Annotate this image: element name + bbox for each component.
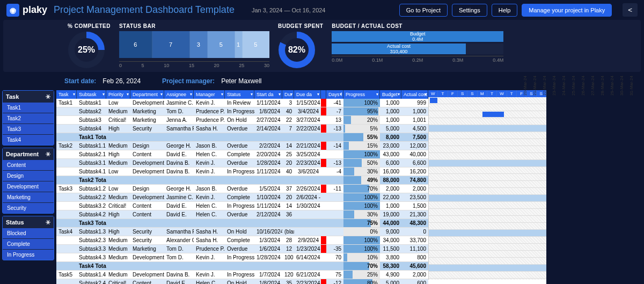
startdate-cell: 1/6/2024 xyxy=(254,245,282,253)
duration-cell: 28 xyxy=(282,236,294,245)
completed-value: 25% xyxy=(78,45,95,55)
column-header[interactable]: Actual cost▾ xyxy=(401,90,428,99)
filter-item[interactable]: Task2 xyxy=(3,113,54,123)
actualcost-cell: 74,800 xyxy=(401,176,428,185)
gantt-day-header: T xyxy=(487,90,497,97)
subtask-cell: Subtask2.3 xyxy=(77,236,106,245)
progress-cell: 30% xyxy=(343,210,380,219)
gantt-day-header: S xyxy=(467,90,477,97)
column-header[interactable]: Status▾ xyxy=(225,90,254,99)
filter-item[interactable]: Content xyxy=(3,159,54,170)
subtask-cell: Subtask2 xyxy=(77,107,106,116)
duration-cell: 25 xyxy=(282,150,294,159)
duedate-cell: 3/25/2024 - xyxy=(294,150,321,159)
filter-item[interactable]: Marketing xyxy=(3,192,54,202)
column-header[interactable] xyxy=(321,90,326,99)
gantt-row xyxy=(429,202,546,209)
filter-item[interactable]: In Progress xyxy=(3,249,54,260)
status-segment: 7 xyxy=(152,31,190,58)
actualcost-cell: 48,300 xyxy=(401,219,428,228)
dept-cell xyxy=(130,133,164,142)
status-cell: In Progress xyxy=(225,107,254,116)
manager-cell: Helen C. xyxy=(194,279,225,284)
startdate-cell: 1/8/2024 xyxy=(254,279,282,284)
duration-cell: 40 xyxy=(282,107,294,116)
filter-item[interactable]: Development xyxy=(3,181,54,192)
gantt-day-header: F xyxy=(448,90,458,97)
budget-cell: 6,000 xyxy=(380,159,401,168)
actual-widget: BUDGET / ACTUAL COST Budget0.4MActual co… xyxy=(332,23,503,69)
manager-cell xyxy=(194,133,225,142)
duration-cell: 20 xyxy=(282,193,294,202)
late-indicator xyxy=(321,262,326,271)
column-header[interactable]: Subtask▾ xyxy=(77,90,106,99)
duedate-cell: 2/9/2024 xyxy=(294,236,321,245)
progress-cell: 100% xyxy=(343,236,380,245)
column-header[interactable]: Department▾ xyxy=(130,90,164,99)
filter-item[interactable]: Task4 xyxy=(3,134,54,145)
progress-cell: 55% xyxy=(343,133,380,142)
filter-item[interactable]: Task1 xyxy=(3,102,54,113)
completed-donut: 25% xyxy=(68,31,105,69)
filter-group-task[interactable]: Task⚹ xyxy=(3,91,54,102)
actualcost-cell: 21,300 xyxy=(401,210,428,219)
manager-cell xyxy=(194,219,225,228)
column-header[interactable]: Start da▾ xyxy=(254,90,282,99)
startdate-cell: 1/7/2024 xyxy=(254,271,282,279)
filter-item[interactable]: Blocked xyxy=(3,228,54,238)
column-header[interactable]: Task▾ xyxy=(56,90,77,99)
collapse-button[interactable]: < xyxy=(623,3,638,17)
goto-project-button[interactable]: Go to Project xyxy=(399,4,448,17)
duedate-cell: 6/14/2024 xyxy=(294,253,321,262)
dept-cell: Development xyxy=(130,193,164,202)
filter-item[interactable]: Task3 xyxy=(3,123,54,134)
column-header[interactable]: Days l▾ xyxy=(326,90,343,99)
status-cell: Overdue xyxy=(225,245,254,253)
startdate-cell: 2/12/2024 xyxy=(254,210,282,219)
manager-cell: Helen C. xyxy=(194,202,225,210)
priority-cell: Medium xyxy=(106,245,130,253)
task-cell xyxy=(56,253,77,262)
manage-button[interactable]: Manage your project in Plaky xyxy=(522,4,612,17)
daysleft-cell xyxy=(326,176,343,185)
column-header[interactable]: Priority▾ xyxy=(106,90,130,99)
startdate-cell xyxy=(254,176,282,185)
progress-cell: 100% xyxy=(343,150,380,159)
status-cell: On Hold xyxy=(225,228,254,236)
column-header[interactable]: Progress▾ xyxy=(343,90,380,99)
filter-item[interactable]: Security xyxy=(3,202,54,213)
gantt-row xyxy=(429,174,546,181)
column-header[interactable]: Budget▾ xyxy=(380,90,401,99)
column-header[interactable]: Manager▾ xyxy=(194,90,225,99)
daysleft-cell: 13 xyxy=(326,116,343,125)
column-header[interactable]: Due da▾ xyxy=(294,90,321,99)
manager-cell: Helen C. xyxy=(194,150,225,159)
late-indicator xyxy=(321,107,326,116)
actualcost-cell: 2,000 xyxy=(401,185,428,193)
filter-item[interactable]: Complete xyxy=(3,238,54,249)
gantt-row xyxy=(429,223,546,230)
dept-cell: Development xyxy=(130,99,164,107)
column-header[interactable]: Assignee▾ xyxy=(164,90,194,99)
column-header[interactable]: Dur▾ xyxy=(282,90,294,99)
actualcost-cell: 12,000 xyxy=(401,142,428,150)
manager-cell: Sasha H. xyxy=(194,125,225,133)
filter-group-department[interactable]: Department⚹ xyxy=(3,148,54,159)
gantt-row xyxy=(429,244,546,251)
subtask-cell: Task1 Total xyxy=(77,133,106,142)
startdate-cell: 1/5/2024 xyxy=(254,185,282,193)
duedate-cell xyxy=(294,176,321,185)
filter-item[interactable]: Design xyxy=(3,170,54,181)
manager-cell: Sasha H. xyxy=(194,236,225,245)
dept-cell xyxy=(130,262,164,271)
help-button[interactable]: Help xyxy=(492,4,518,17)
settings-button[interactable]: Settings xyxy=(452,4,487,17)
logo: ◉ plaky xyxy=(6,4,47,17)
startdate-value: Feb 26, 2024 xyxy=(103,77,141,85)
filter-group-status[interactable]: Status⚹ xyxy=(3,216,54,228)
duedate-cell: 2/6/2024 - xyxy=(294,193,321,202)
startdate-cell: 2/14/2024 xyxy=(254,125,282,133)
startdate-cell: 1/3/2024 xyxy=(254,236,282,245)
actualcost-cell: 2,000 xyxy=(401,271,428,279)
progress-cell: 49% xyxy=(343,176,380,185)
